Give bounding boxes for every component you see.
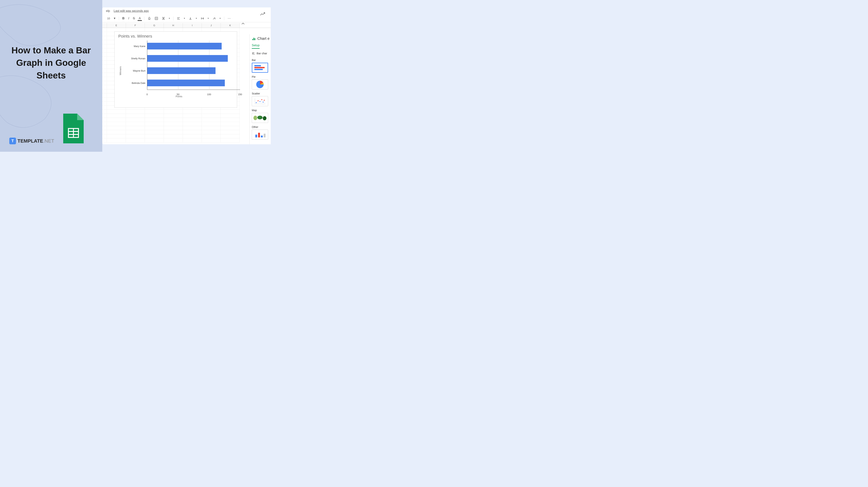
chart-editor-panel: Chart e Setup Bar char Bar Pie <box>249 34 271 144</box>
col-header[interactable]: E <box>107 23 126 28</box>
y-axis-label: Winners <box>119 66 122 75</box>
strikethrough-button[interactable]: S <box>132 16 136 21</box>
svg-rect-14 <box>253 38 254 40</box>
col-header[interactable]: F <box>126 23 145 28</box>
rotate-button[interactable] <box>211 16 217 21</box>
scatter-chart-thumb[interactable] <box>252 96 268 106</box>
chart-bar <box>147 43 222 50</box>
bar-chart-icon <box>252 52 255 55</box>
column-headers: E F G H I J K <box>102 23 271 28</box>
svg-rect-13 <box>252 39 253 40</box>
chart-type-selector[interactable]: Bar char <box>252 51 271 56</box>
svg-rect-37 <box>264 134 266 138</box>
x-axis-label: Points <box>176 95 182 98</box>
font-size-dropdown-icon[interactable]: ▾ <box>113 16 117 21</box>
text-color-button[interactable]: A <box>137 16 142 21</box>
valign-button[interactable] <box>188 16 193 21</box>
italic-button[interactable]: I <box>127 16 130 21</box>
category-map: Map <box>252 109 271 123</box>
chart-box[interactable]: Points vs. Winners Winners Mary KaneShel… <box>114 31 237 108</box>
halign-button[interactable] <box>176 16 181 21</box>
merge-dropdown-icon[interactable]: ▾ <box>168 17 171 20</box>
bars-area: Mary KaneShelly RonanWayne BurtBelinda D… <box>147 40 240 90</box>
pie-chart-thumb[interactable] <box>252 80 268 89</box>
spreadsheet-area: E F G H I J K Points vs. Winners Winners… <box>102 23 271 143</box>
col-header[interactable]: G <box>145 23 164 28</box>
help-menu[interactable]: elp <box>106 9 110 13</box>
bar-chart-thumb[interactable] <box>252 63 268 73</box>
category-pie: Pie <box>252 75 271 89</box>
other-chart-thumb[interactable] <box>252 130 268 140</box>
wrap-button[interactable] <box>199 16 205 21</box>
svg-rect-35 <box>258 133 260 138</box>
page-title: How to Make a Bar Graph in Google Sheets <box>9 44 93 82</box>
templatenet-logo: T TEMPLATE.NET <box>9 138 54 144</box>
grid-container[interactable]: E F G H I J K Points vs. Winners Winners… <box>102 23 271 143</box>
svg-rect-15 <box>254 38 255 40</box>
borders-button[interactable] <box>154 16 159 21</box>
trend-icon[interactable] <box>260 11 265 17</box>
svg-point-29 <box>263 102 264 103</box>
svg-rect-34 <box>255 134 257 138</box>
editor-title: Chart e <box>257 36 270 41</box>
svg-point-26 <box>258 100 259 101</box>
merge-button[interactable] <box>161 16 166 21</box>
svg-point-25 <box>256 102 257 103</box>
chart-icon <box>252 37 256 41</box>
svg-rect-21 <box>254 69 263 70</box>
svg-rect-36 <box>261 135 263 138</box>
category-other: Other <box>252 125 271 140</box>
svg-point-27 <box>259 101 260 102</box>
menu-row: elp Last edit was seconds ago <box>102 7 271 14</box>
google-sheets-logo <box>61 113 86 144</box>
more-button[interactable]: ⋯ <box>226 16 232 21</box>
category-scatter: Scatter <box>252 92 271 106</box>
templatenet-text: TEMPLATE.NET <box>18 138 54 144</box>
col-header[interactable]: J <box>202 23 221 28</box>
chart-bar <box>147 80 225 86</box>
google-sheets-window: elp Last edit was seconds ago 10 ▾ B I S… <box>102 7 271 144</box>
svg-point-33 <box>263 116 267 120</box>
font-size-value[interactable]: 10 <box>106 16 111 21</box>
bold-button[interactable]: B <box>121 16 126 21</box>
col-header[interactable]: H <box>164 23 183 28</box>
rotate-dropdown-icon[interactable]: ▾ <box>218 17 222 20</box>
svg-point-32 <box>257 116 262 119</box>
svg-point-28 <box>261 99 262 100</box>
category-bar: Bar <box>252 59 271 73</box>
svg-rect-19 <box>254 65 261 66</box>
last-edit-link[interactable]: Last edit was seconds ago <box>114 9 149 13</box>
toolbar: 10 ▾ B I S A ▾ ▾ ▾ ▾ ▾ <box>102 14 271 22</box>
col-header[interactable]: I <box>183 23 202 28</box>
valign-dropdown-icon[interactable]: ▾ <box>195 17 198 20</box>
wrap-dropdown-icon[interactable]: ▾ <box>207 17 210 20</box>
col-header[interactable]: K <box>221 23 240 28</box>
left-title-panel: How to Make a Bar Graph in Google Sheets <box>0 0 102 152</box>
chart-bar <box>147 67 216 74</box>
svg-point-31 <box>253 116 257 120</box>
setup-tab[interactable]: Setup <box>252 44 259 49</box>
chart-title: Points vs. Winners <box>118 34 233 39</box>
halign-dropdown-icon[interactable]: ▾ <box>183 17 186 20</box>
fill-color-button[interactable] <box>147 16 152 21</box>
editor-header: Chart e <box>252 36 271 41</box>
chart-plot: Winners Mary KaneShelly RonanWayne BurtB… <box>125 40 233 98</box>
templatenet-icon: T <box>9 138 16 144</box>
svg-rect-20 <box>254 67 265 68</box>
svg-point-30 <box>264 100 265 101</box>
chart-bar <box>147 55 228 62</box>
map-chart-thumb[interactable] <box>252 113 268 123</box>
